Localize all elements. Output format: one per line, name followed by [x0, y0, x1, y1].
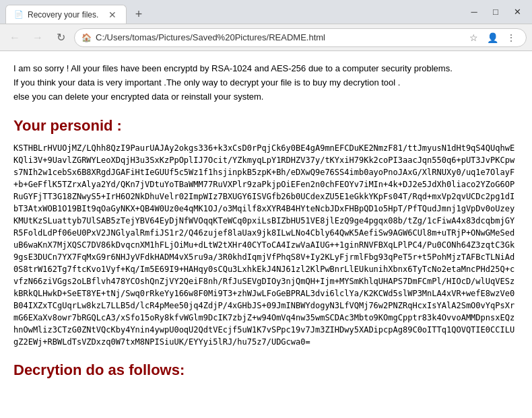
- minimize-button[interactable]: ─: [465, 5, 484, 20]
- tab-page-icon: 📄: [14, 10, 24, 19]
- bookmark-button[interactable]: ☆: [465, 30, 481, 46]
- browser-tab[interactable]: 📄 Recovery your files. ✕: [5, 5, 127, 24]
- account-button[interactable]: 👤: [484, 30, 500, 46]
- browser-window: 📄 Recovery your files. ✕ + ─ □ ✕ ← → ↻ 🏠…: [0, 0, 532, 418]
- refresh-button[interactable]: ↻: [51, 28, 70, 47]
- address-bar[interactable]: 🏠 C:/Users/tomas/Pictures/Saved%20Pictur…: [74, 28, 527, 47]
- tab-bar: 📄 Recovery your files. ✕ +: [5, 0, 148, 24]
- back-button[interactable]: ←: [5, 28, 24, 47]
- nav-bar: ← → ↻ 🏠 C:/Users/tomas/Pictures/Saved%20…: [0, 24, 532, 51]
- intro-line-2: If you think your data is very important…: [13, 77, 400, 88]
- encoded-text-block: KSTHBLrHVUOjMZ/LQhh8QzI9PaurUAJAy2okgs33…: [13, 142, 519, 348]
- intro-line-3: else you can delete your encrypted data …: [13, 92, 263, 102]
- maximize-button[interactable]: □: [486, 5, 505, 20]
- intro-paragraph: I am so sorry ! All your files have been…: [13, 62, 519, 104]
- close-button[interactable]: ✕: [508, 5, 527, 20]
- page-body: I am so sorry ! All your files have been…: [0, 51, 532, 418]
- menu-button[interactable]: ⋮: [503, 30, 519, 46]
- address-actions: ☆ 👤 ⋮: [465, 30, 519, 46]
- personid-heading: Your personid :: [13, 114, 519, 137]
- forward-button[interactable]: →: [28, 28, 47, 47]
- decrytion-heading: Decrytion do as follows:: [13, 359, 519, 381]
- new-tab-button[interactable]: +: [129, 5, 148, 24]
- home-icon: 🏠: [81, 33, 92, 42]
- title-bar: 📄 Recovery your files. ✕ + ─ □ ✕: [0, 0, 532, 24]
- intro-line-1: I am so sorry ! All your files have been…: [13, 63, 453, 73]
- tab-close-button[interactable]: ✕: [107, 9, 118, 20]
- url-text: C:/Users/tomas/Pictures/Saved%20Pictures…: [96, 32, 461, 42]
- page-content: I am so sorry ! All your files have been…: [0, 51, 532, 418]
- tab-title: Recovery your files.: [28, 10, 103, 20]
- window-controls: ─ □ ✕: [465, 5, 527, 20]
